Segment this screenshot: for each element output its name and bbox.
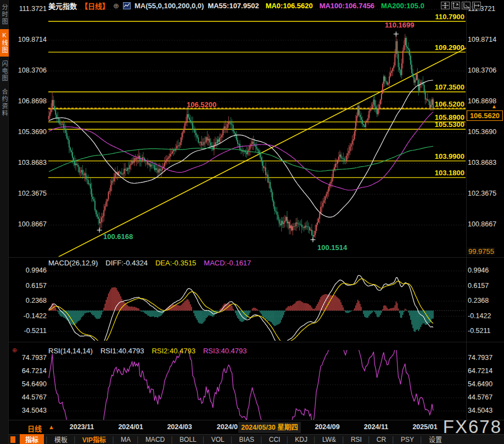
- rsi-axis-right-3: 44.5767: [468, 393, 492, 401]
- tab-BIAS[interactable]: BIAS: [235, 435, 259, 444]
- macd-header: MACD(26,12,9) DIFF:-0.4324 DEA:-0.3515 M…: [48, 259, 251, 267]
- macd-axis-right-4: -0.5211: [468, 327, 490, 335]
- dec-low-label: 100.6168: [103, 232, 133, 241]
- tab-指标[interactable]: 指标: [20, 434, 44, 444]
- rsi3-value: RSI3:40.4793: [203, 347, 247, 355]
- range-min-tag: 99.9755: [467, 247, 495, 256]
- tab-VIP指标[interactable]: VIP指标: [78, 434, 110, 444]
- macd-axis-left-0: 0.9946: [8, 267, 47, 274]
- macd-title: MACD(26,12,9): [48, 259, 98, 267]
- tab-divider: │: [230, 436, 234, 443]
- rsi-axis-right-4: 34.5043: [468, 407, 492, 414]
- chart-header: 美元指数 【日线】 ⊕ MA(55,0,100,200,0,0) MA55:10…: [48, 0, 424, 11]
- last-price-tag: 106.5620: [467, 110, 503, 121]
- tab-divider: │: [170, 436, 174, 443]
- price-axis-right-5: 103.8683: [468, 159, 496, 166]
- price-axis-right-2: 108.3706: [468, 66, 496, 74]
- rsi1-value: RSI1:40.4793: [100, 347, 144, 355]
- period-tag[interactable]: 【日线】: [81, 1, 109, 11]
- move-icon[interactable]: [441, 2, 450, 9]
- tab-LW&[interactable]: LW&: [318, 435, 340, 444]
- tab-VOL[interactable]: VOL: [207, 435, 229, 444]
- tab-CR[interactable]: CR: [372, 435, 390, 444]
- panel-divider: [9, 342, 504, 342]
- tab-MA[interactable]: MA: [116, 435, 135, 444]
- tab-divider: │: [73, 436, 77, 443]
- ma-value-3: MA200:105.0: [381, 2, 424, 10]
- rsi-header: RSI(14,14,14) RSI1:40.4793 RSI2:40.4793 …: [48, 347, 247, 355]
- price-axis-left-1: 109.8714: [8, 36, 47, 43]
- date-label-0: 2023/11: [65, 423, 98, 431]
- level-label-1: 109.2900: [329, 43, 464, 52]
- indicator-tabs: 指标│模板│VIP指标│MA│MACD│BOLL│VOL│BIAS│CCI│KD…: [20, 434, 446, 444]
- tab-divider: │: [419, 436, 423, 443]
- date-label-6: 2025/01: [408, 423, 441, 431]
- watermark: FX678: [443, 417, 502, 437]
- symbol-title: 美元指数: [48, 1, 77, 11]
- tab-RSI[interactable]: RSI: [346, 435, 366, 444]
- price-up-arrow-icon: ▲: [491, 103, 497, 109]
- tab-BOLL[interactable]: BOLL: [175, 435, 201, 444]
- macd-axis-left-3: -0.1422: [8, 312, 47, 320]
- high-price-label: 110.1699: [385, 21, 415, 29]
- time-axis[interactable]: 日线 ▲ 2023/112024/012024/032024/02024/092…: [9, 420, 504, 434]
- macd-axis-left-2: 0.2368: [8, 297, 47, 304]
- level-label-6: 103.9900: [329, 152, 464, 160]
- add-overlay-icon[interactable]: ⊕: [113, 2, 119, 10]
- price-axis-left-6: 102.3675: [8, 190, 47, 197]
- pan-right-icon[interactable]: [472, 2, 481, 9]
- date-label-2: 2024/03: [163, 423, 196, 431]
- rsi-collapse-icon[interactable]: ⊕: [12, 347, 17, 354]
- indicator-chart-icon[interactable]: [123, 2, 131, 9]
- date-label-1: 2024/01: [114, 423, 147, 431]
- tab-divider: │: [136, 436, 140, 443]
- tab-divider: │: [45, 436, 49, 443]
- sep-low-label: 100.1514: [317, 243, 347, 252]
- rsi-axis-left-3: 44.5767: [8, 393, 47, 401]
- april-high-label: 106.5200: [187, 101, 216, 109]
- macd-axis-left-4: -0.5211: [8, 327, 47, 335]
- indicator-toolbar: 指标│模板│VIP指标│MA│MACD│BOLL│VOL│BIAS│CCI│KD…: [9, 434, 504, 444]
- price-axis-left-7: 100.8667: [8, 220, 47, 228]
- tab-divider: │: [313, 436, 317, 443]
- rsi-axis-left-4: 34.5043: [8, 407, 47, 414]
- price-axis-right-7: 100.8667: [468, 220, 496, 228]
- tab-MACD[interactable]: MACD: [141, 435, 169, 444]
- price-axis-left-5: 103.8683: [8, 159, 47, 166]
- panel-divider: [9, 257, 504, 258]
- tab-模板[interactable]: 模板: [50, 434, 72, 444]
- scale-y-axis-icon[interactable]: [451, 2, 460, 9]
- date-label-4: 2024/09: [311, 423, 344, 431]
- macd-dea-value: DEA:-0.3515: [155, 259, 196, 267]
- level-label-2: 107.3500: [329, 83, 464, 91]
- level-label-7: 103.1800: [329, 169, 464, 177]
- tab-KDJ[interactable]: KDJ: [290, 435, 312, 444]
- tab-CCI[interactable]: CCI: [265, 435, 285, 444]
- rsi-axis-right-2: 54.6490: [468, 380, 492, 388]
- rsi2-value: RSI2:40.4793: [152, 347, 195, 355]
- ma-definition: MA(55,0,100,200,0,0): [135, 2, 204, 10]
- period-selector[interactable]: 日线: [27, 423, 42, 434]
- level-label-0: 110.7900: [329, 13, 464, 21]
- price-axis-left-0: 111.3721: [8, 5, 47, 13]
- price-axis-right-6: 102.3675: [468, 190, 496, 197]
- price-axis-right-4: 105.3690: [468, 128, 496, 136]
- macd-axis-right-2: 0.2368: [468, 297, 489, 304]
- macd-axis-right-3: -0.1422: [468, 312, 491, 320]
- date-label-3: 2024/0: [212, 423, 238, 431]
- tab-divider: │: [341, 436, 345, 443]
- rsi-axis-right-1: 64.7214: [468, 367, 492, 375]
- price-chart-canvas[interactable]: [0, 0, 504, 444]
- macd-axis-left-1: 0.6157: [8, 282, 47, 290]
- tab-divider: │: [111, 436, 115, 443]
- rsi-title: RSI(14,14,14): [48, 347, 93, 355]
- price-axis-left-3: 106.8698: [8, 97, 47, 105]
- tab-divider: │: [391, 436, 395, 443]
- tab-divider: │: [285, 436, 289, 443]
- tab-PSY[interactable]: PSY: [396, 435, 418, 444]
- scale-x-axis-icon[interactable]: [462, 2, 471, 9]
- period-dropdown-arrow-icon[interactable]: ▲: [48, 424, 54, 430]
- axis-divider: [466, 0, 467, 420]
- toolbar-handle-icon[interactable]: [10, 436, 15, 443]
- level-label-5: 105.5300: [329, 120, 464, 129]
